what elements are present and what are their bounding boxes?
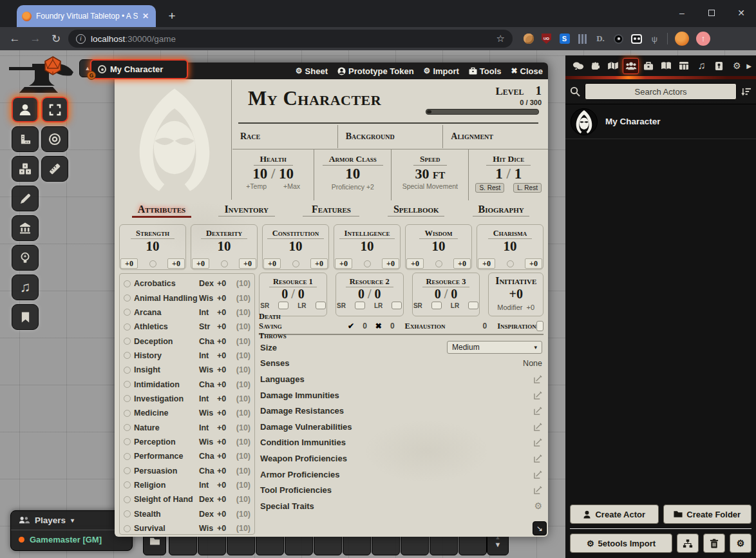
skill-name[interactable]: History xyxy=(134,351,199,360)
ability-value[interactable]: 10 xyxy=(191,239,257,253)
tab-journal[interactable] xyxy=(658,58,674,74)
save-proficiency-circle[interactable] xyxy=(292,260,299,267)
short-rest-checkbox[interactable] xyxy=(355,302,365,309)
tab-compendium[interactable] xyxy=(711,58,727,74)
ability-mod[interactable]: +0 xyxy=(478,258,495,269)
minimize-icon[interactable]: – xyxy=(667,0,697,27)
long-rest-checkbox[interactable] xyxy=(316,302,326,309)
save-proficiency-circle[interactable] xyxy=(364,260,371,267)
token-controls-button[interactable] xyxy=(12,97,39,122)
player-row-gm[interactable]: Gamemaster [GM] xyxy=(11,530,132,550)
skill-row[interactable]: PerceptionWis+0(10) xyxy=(124,435,250,449)
skill-row[interactable]: PerformanceCha+0(10) xyxy=(124,449,250,463)
players-header[interactable]: Players ▾ xyxy=(11,511,132,530)
ability-dexterity[interactable]: Dexterity10+0+0 xyxy=(191,224,258,270)
skill-name[interactable]: Nature xyxy=(134,423,199,432)
ability-value[interactable]: 10 xyxy=(334,239,400,253)
search-input[interactable] xyxy=(585,83,737,100)
resource-2-box[interactable]: Resource 2 0 / 0 SRLR xyxy=(335,273,404,316)
drawing-controls-button[interactable] xyxy=(12,186,39,211)
proficiency-radio[interactable] xyxy=(124,309,131,316)
tile-controls-button[interactable] xyxy=(12,156,39,182)
note-controls-button[interactable] xyxy=(12,304,39,330)
character-name[interactable]: My Character xyxy=(248,87,381,110)
proficiency-radio[interactable] xyxy=(124,496,131,503)
browser-tab[interactable]: Foundry Virtual Tabletop • A Stan ✕ xyxy=(17,5,156,27)
highlighted-window-title[interactable]: My Character xyxy=(90,59,188,79)
proficiency-radio[interactable] xyxy=(124,323,131,331)
s-extension-icon[interactable]: S xyxy=(559,34,570,44)
edit-icon[interactable] xyxy=(534,375,542,383)
ability-mod[interactable]: +0 xyxy=(120,258,138,269)
actor-name[interactable]: My Character xyxy=(605,117,661,126)
ability-strength[interactable]: Strength10+0+0 xyxy=(119,224,186,270)
save-proficiency-circle[interactable] xyxy=(435,260,442,267)
tab-settings[interactable]: ⚙ xyxy=(729,58,745,74)
lens-extension-icon[interactable] xyxy=(613,34,624,44)
proficiency-radio[interactable] xyxy=(124,352,131,359)
import-button[interactable]: ⚙Import xyxy=(424,66,459,76)
health-value[interactable]: 10 / 10 xyxy=(232,166,314,182)
skill-row[interactable]: InsightWis+0(10) xyxy=(124,363,250,377)
sidebar-collapse-icon[interactable]: ▶ xyxy=(746,63,751,70)
skill-row[interactable]: StealthDex+0(10) xyxy=(124,507,250,521)
death-success-count[interactable]: 0 xyxy=(363,322,367,331)
create-folder-button[interactable]: Create Folder xyxy=(663,505,752,524)
skill-name[interactable]: Survival xyxy=(134,524,199,533)
ability-charisma[interactable]: Charisma10+0+0 xyxy=(477,224,543,270)
long-rest-checkbox[interactable] xyxy=(392,302,402,309)
skill-row[interactable]: ReligionInt+0(10) xyxy=(124,478,250,492)
skill-name[interactable]: Intimidation xyxy=(134,380,199,389)
background-field[interactable]: Background xyxy=(337,125,443,148)
bookmark-star-icon[interactable]: ☆ xyxy=(496,33,505,44)
proficiency-radio[interactable] xyxy=(124,338,131,345)
speed-box[interactable]: Speed 30 ft Special Movement xyxy=(391,149,468,200)
ability-value[interactable]: 10 xyxy=(406,239,471,253)
death-failure-count[interactable]: 0 xyxy=(390,322,395,331)
tab-attributes[interactable]: Attributes xyxy=(119,204,204,221)
ruler-tool-button[interactable] xyxy=(41,156,68,182)
ability-mod[interactable]: +0 xyxy=(192,258,209,269)
proficiency-radio[interactable] xyxy=(124,438,131,445)
skill-row[interactable]: IntimidationCha+0(10) xyxy=(124,377,250,391)
ublock-extension-icon[interactable]: UO xyxy=(541,34,552,44)
delete-button[interactable] xyxy=(703,534,725,553)
cookie-extension-icon[interactable] xyxy=(523,34,534,44)
skill-row[interactable]: PersuasionCha+0(10) xyxy=(124,463,250,477)
race-field[interactable]: Race xyxy=(232,125,337,148)
skill-row[interactable]: HistoryInt+0(10) xyxy=(124,349,250,363)
sliders-extension-icon[interactable] xyxy=(577,34,588,44)
ability-intelligence[interactable]: Intelligence10+0+0 xyxy=(334,224,401,270)
proficiency-radio[interactable] xyxy=(124,424,131,431)
ability-mod[interactable]: +0 xyxy=(335,258,352,269)
actor-entry[interactable]: My Character xyxy=(565,104,756,139)
target-tool-button[interactable] xyxy=(41,126,68,152)
exhaustion-value[interactable]: 0 xyxy=(482,322,487,331)
reload-icon[interactable]: ↻ xyxy=(48,32,64,46)
skill-row[interactable]: Sleight of HandDex+0(10) xyxy=(124,492,250,506)
collapse-folders-icon[interactable] xyxy=(741,87,751,97)
proficiency-radio[interactable] xyxy=(124,481,131,488)
measure-controls-button[interactable] xyxy=(12,126,39,152)
ability-wisdom[interactable]: Wisdom10+0+0 xyxy=(405,224,472,270)
character-portrait[interactable] xyxy=(118,80,232,200)
proficiency-radio[interactable] xyxy=(124,410,131,417)
level-value[interactable]: 1 xyxy=(536,84,542,98)
folder-tree-button[interactable] xyxy=(677,534,699,553)
resource-3-box[interactable]: Resource 3 0 / 0 SRLR xyxy=(412,273,480,316)
xp-text[interactable]: 0 / 300 xyxy=(426,99,542,106)
maximize-icon[interactable] xyxy=(697,0,726,27)
save-proficiency-circle[interactable] xyxy=(221,260,228,267)
tab-combat[interactable] xyxy=(587,58,603,74)
temp-hp-label[interactable]: +Temp xyxy=(246,182,267,190)
character-sheet-window[interactable]: ⚙Sheet Prototype Token ⚙Import Tools ✖Cl… xyxy=(115,63,548,537)
site-info-icon[interactable]: i xyxy=(76,34,86,44)
tab-items[interactable] xyxy=(641,58,657,74)
skill-name[interactable]: Sleight of Hand xyxy=(134,495,199,504)
ability-save[interactable]: +0 xyxy=(239,258,256,269)
skill-name[interactable]: Stealth xyxy=(134,510,199,519)
short-rest-button[interactable]: S. Rest xyxy=(475,183,504,193)
tools-button[interactable]: Tools xyxy=(469,66,502,76)
skill-row[interactable]: Animal HandlingWis+0(10) xyxy=(124,291,250,305)
tab-tables[interactable] xyxy=(676,58,692,74)
